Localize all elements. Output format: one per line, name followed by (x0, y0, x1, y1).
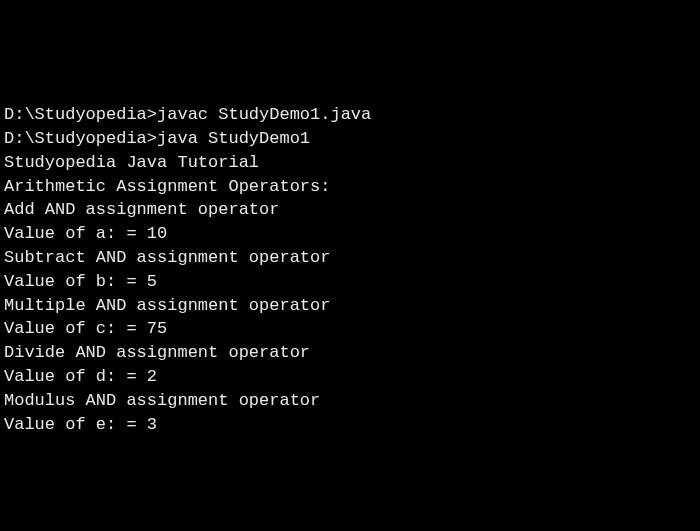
cmd-line: D:\Studyopedia>java StudyDemo1 (4, 127, 696, 151)
output-line: Value of c: = 75 (4, 317, 696, 341)
prompt: D:\Studyopedia> (4, 105, 157, 124)
prompt: D:\Studyopedia> (4, 129, 157, 148)
output-line: Value of e: = 3 (4, 413, 696, 437)
output-line: Value of a: = 10 (4, 222, 696, 246)
output-line: Arithmetic Assignment Operators: (4, 175, 696, 199)
output-line: Divide AND assignment operator (4, 341, 696, 365)
output-line: Add AND assignment operator (4, 198, 696, 222)
output-line: Value of d: = 2 (4, 365, 696, 389)
output-line: Studyopedia Java Tutorial (4, 151, 696, 175)
output-line: Value of b: = 5 (4, 270, 696, 294)
output-line: Multiple AND assignment operator (4, 294, 696, 318)
cmd-line: D:\Studyopedia>javac StudyDemo1.java (4, 103, 696, 127)
output-line: Modulus AND assignment operator (4, 389, 696, 413)
command-text: javac StudyDemo1.java (157, 105, 371, 124)
output-line: Subtract AND assignment operator (4, 246, 696, 270)
command-text: java StudyDemo1 (157, 129, 310, 148)
terminal-output[interactable]: D:\Studyopedia>javac StudyDemo1.javaD:\S… (4, 103, 696, 436)
